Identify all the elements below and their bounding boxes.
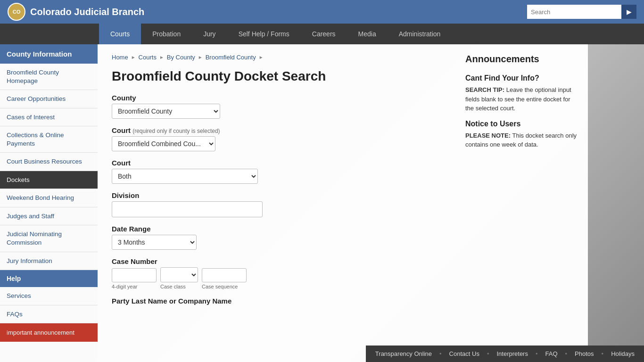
court-type-select[interactable]: Both District County <box>112 169 258 184</box>
sidebar-item-services[interactable]: Services <box>0 287 98 305</box>
court-type-label: Court <box>112 159 442 167</box>
right-panel: Announcements Cant Find Your Info? SEARC… <box>456 44 588 362</box>
footer-link-interpreters[interactable]: Interpreters <box>496 350 528 357</box>
sidebar-item-court-business[interactable]: Court Business Resources <box>0 153 98 171</box>
sidebar-item-cases-of-interest[interactable]: Cases of Interest <box>0 108 98 127</box>
important-announcement-banner[interactable]: important announcement <box>0 323 98 342</box>
notice-to-users-title: Notice to Users <box>465 120 578 128</box>
sidebar-item-broomfield-homepage[interactable]: Broomfield County Homepage <box>0 64 98 90</box>
footer-link-transparency[interactable]: Transparency Online <box>375 350 432 357</box>
case-class-label: Case class <box>160 284 198 289</box>
case-number-row: 4-digit year Case class Case sequence <box>112 267 442 289</box>
county-label: County <box>112 94 442 102</box>
site-header: CO Colorado Judicial Branch ▶ <box>0 0 644 24</box>
search-button[interactable]: ▶ <box>621 5 636 19</box>
header-left: CO Colorado Judicial Branch <box>8 3 144 21</box>
announcements-title: Announcements <box>465 54 578 65</box>
please-note-text: PLEASE NOTE: This docket search only con… <box>465 131 578 149</box>
case-seq-label: Case sequence <box>202 284 247 289</box>
sidebar-item-faqs[interactable]: FAQs <box>0 305 98 324</box>
footer-link-holidays[interactable]: Holidays <box>611 350 635 357</box>
case-year-field: 4-digit year <box>112 268 157 289</box>
nav-item-administration[interactable]: Administration <box>388 24 452 44</box>
court-required-select[interactable]: Broomfield Combined Cou... <box>112 136 215 151</box>
footer: Transparency Online • Contact Us • Inter… <box>366 346 644 362</box>
search-tip-label: SEARCH TIP: <box>465 86 504 93</box>
case-number-label: Case Number <box>112 257 442 265</box>
breadcrumb: Home ► Courts ► By County ► Broomfield C… <box>112 54 442 61</box>
breadcrumb-by-county[interactable]: By County <box>167 54 195 61</box>
sidebar-item-dockets[interactable]: Dockets <box>0 171 98 189</box>
sidebar-item-judges[interactable]: Judges and Staff <box>0 207 98 226</box>
sidebar-item-career-opportunities[interactable]: Career Opportunities <box>0 90 98 108</box>
breadcrumb-sep-3: ► <box>198 55 203 60</box>
please-note-label: PLEASE NOTE: <box>465 132 511 139</box>
date-range-label: Date Range <box>112 225 442 233</box>
breadcrumb-sep-4: ► <box>259 55 264 60</box>
case-number-group: Case Number 4-digit year Case class Case… <box>112 257 442 289</box>
breadcrumb-sep-1: ► <box>131 55 136 60</box>
sidebar-section-title: County Information <box>0 44 98 64</box>
nav-item-careers[interactable]: Careers <box>301 24 347 44</box>
court-note: (required only if county is selected) <box>132 128 220 134</box>
sidebar-item-collections[interactable]: Collections & Online Payments <box>0 126 98 153</box>
case-class-field: Case class <box>160 267 198 289</box>
county-select[interactable]: Broomfield County Adams County Arapahoe … <box>112 104 220 119</box>
search-bar: ▶ <box>527 5 636 19</box>
sidebar-item-judicial-nominating[interactable]: Judicial Nominating Commission <box>0 225 98 252</box>
nav-item-courts[interactable]: Courts <box>99 24 141 44</box>
division-label: Division <box>112 191 442 199</box>
breadcrumb-courts[interactable]: Courts <box>139 54 157 61</box>
body-wrap: County Information Broomfield County Hom… <box>0 44 644 362</box>
cant-find-title: Cant Find Your Info? <box>465 74 578 82</box>
case-year-label: 4-digit year <box>112 284 157 289</box>
page-title: Broomfield County Docket Search <box>112 68 442 84</box>
case-class-select[interactable] <box>160 267 198 282</box>
nav-item-media[interactable]: Media <box>347 24 388 44</box>
division-input[interactable] <box>112 201 263 217</box>
site-title: Colorado Judicial Branch <box>30 7 144 17</box>
footer-link-faq[interactable]: FAQ <box>545 350 558 357</box>
search-input[interactable] <box>527 5 621 19</box>
nav-item-jury[interactable]: Jury <box>192 24 227 44</box>
case-seq-input[interactable] <box>202 268 247 282</box>
main-content: Home ► Courts ► By County ► Broomfield C… <box>98 44 456 362</box>
case-seq-field: Case sequence <box>202 268 247 289</box>
footer-link-photos[interactable]: Photos <box>575 350 594 357</box>
division-group: Division <box>112 191 442 217</box>
breadcrumb-home[interactable]: Home <box>112 54 128 61</box>
logo-icon: CO <box>8 3 25 21</box>
case-year-input[interactable] <box>112 268 157 282</box>
court-type-group: Court Both District County <box>112 159 442 184</box>
breadcrumb-sep-2: ► <box>159 55 164 60</box>
sidebar-item-jury-information[interactable]: Jury Information <box>0 252 98 271</box>
sidebar: County Information Broomfield County Hom… <box>0 44 98 362</box>
county-group: County Broomfield County Adams County Ar… <box>112 94 442 119</box>
footer-link-contact[interactable]: Contact Us <box>449 350 479 357</box>
date-range-select[interactable]: 3 Months 1 Month 6 Months 1 Year <box>112 235 197 250</box>
party-name-label: Party Last Name or Company Name <box>112 297 442 305</box>
date-range-group: Date Range 3 Months 1 Month 6 Months 1 Y… <box>112 225 442 250</box>
sidebar-help-section: Help <box>0 270 98 287</box>
nav-item-selfhelp[interactable]: Self Help / Forms <box>227 24 301 44</box>
party-name-group: Party Last Name or Company Name <box>112 297 442 305</box>
sidebar-item-weekend-bond[interactable]: Weekend Bond Hearing <box>0 189 98 207</box>
court-required-group: Court (required only if county is select… <box>112 126 442 151</box>
nav-item-probation[interactable]: Probation <box>141 24 192 44</box>
court-required-label: Court (required only if county is select… <box>112 126 442 134</box>
search-tip-text: SEARCH TIP: Leave the optional input fie… <box>465 85 578 113</box>
breadcrumb-broomfield-county[interactable]: Broomfield County <box>206 54 256 61</box>
main-nav: Courts Probation Jury Self Help / Forms … <box>0 24 644 44</box>
